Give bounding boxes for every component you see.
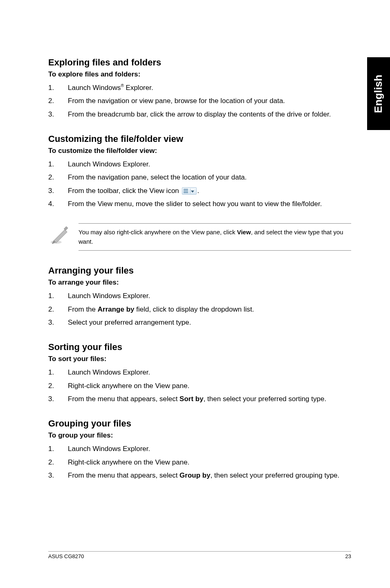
list-number: 3. bbox=[48, 109, 68, 120]
section-arranging: Arranging your files To arrange your fil… bbox=[48, 265, 351, 328]
list-text: From the menu that appears, select Sort … bbox=[68, 394, 351, 404]
list-number: 1. bbox=[48, 367, 68, 378]
heading-customizing: Customizing the file/folder view bbox=[48, 134, 351, 144]
footer-page-number: 23 bbox=[345, 553, 351, 559]
list-text: Select your preferred arrangement type. bbox=[68, 317, 351, 328]
list-text: Right-click anywhere on the View pane. bbox=[68, 457, 351, 468]
list-item: 3. From the toolbar, click the View icon… bbox=[48, 186, 351, 196]
subheading-exploring: To explore files and folders: bbox=[48, 70, 351, 79]
list-text: From the Arrange by field, click to disp… bbox=[68, 304, 351, 315]
list-text: From the breadcrumb bar, click the arrow… bbox=[68, 109, 351, 120]
note-block: You may also right-click anywhere on the… bbox=[48, 223, 351, 251]
list-number: 2. bbox=[48, 172, 68, 183]
subheading-sorting: To sort your files: bbox=[48, 355, 351, 363]
subheading-customizing: To customize the file/folder view: bbox=[48, 147, 351, 155]
list-text: From the navigation pane, select the loc… bbox=[68, 172, 351, 183]
heading-grouping: Grouping your files bbox=[48, 418, 351, 429]
list-item: 2. From the Arrange by field, click to d… bbox=[48, 304, 351, 315]
section-sorting: Sorting your files To sort your files: 1… bbox=[48, 342, 351, 404]
list-text: From the View menu, move the slider to s… bbox=[68, 199, 351, 209]
list-customizing: 1. Launch Windows Explorer. 2. From the … bbox=[48, 159, 351, 209]
list-number: 2. bbox=[48, 381, 68, 391]
section-customizing: Customizing the file/folder view To cust… bbox=[48, 134, 351, 209]
list-text: From the navigation or view pane, browse… bbox=[68, 96, 351, 106]
list-item: 3. Select your preferred arrangement typ… bbox=[48, 317, 351, 328]
list-exploring: 1. Launch Windows® Explorer. 2. From the… bbox=[48, 83, 351, 120]
list-item: 1. Launch Windows® Explorer. bbox=[48, 83, 351, 93]
list-item: 4. From the View menu, move the slider t… bbox=[48, 199, 351, 209]
language-tab: English bbox=[367, 57, 390, 130]
list-number: 3. bbox=[48, 470, 68, 481]
list-number: 4. bbox=[48, 199, 68, 209]
subheading-grouping: To group your files: bbox=[48, 431, 351, 440]
list-item: 1. Launch Windows Explorer. bbox=[48, 444, 351, 454]
pencil-icon bbox=[50, 226, 69, 245]
list-item: 2. Right-click anywhere on the View pane… bbox=[48, 381, 351, 391]
heading-sorting: Sorting your files bbox=[48, 342, 351, 352]
list-number: 1. bbox=[48, 444, 68, 454]
list-item: 3. From the breadcrumb bar, click the ar… bbox=[48, 109, 351, 120]
footer-product: ASUS CG8270 bbox=[48, 553, 84, 559]
list-item: 2. Right-click anywhere on the View pane… bbox=[48, 457, 351, 468]
footer: ASUS CG8270 23 bbox=[48, 551, 351, 559]
list-text: Launch Windows® Explorer. bbox=[68, 83, 351, 93]
list-text: Launch Windows Explorer. bbox=[68, 367, 351, 378]
list-number: 2. bbox=[48, 96, 68, 106]
list-number: 2. bbox=[48, 304, 68, 315]
heading-arranging: Arranging your files bbox=[48, 265, 351, 276]
section-exploring: Exploring files and folders To explore f… bbox=[48, 57, 351, 120]
list-grouping: 1. Launch Windows Explorer. 2. Right-cli… bbox=[48, 444, 351, 481]
list-number: 2. bbox=[48, 457, 68, 468]
list-arranging: 1. Launch Windows Explorer. 2. From the … bbox=[48, 291, 351, 328]
list-text: From the menu that appears, select Group… bbox=[68, 470, 351, 481]
list-item: 2. From the navigation pane, select the … bbox=[48, 172, 351, 183]
list-number: 3. bbox=[48, 394, 68, 404]
section-grouping: Grouping your files To group your files:… bbox=[48, 418, 351, 481]
list-text: Launch Windows Explorer. bbox=[68, 159, 351, 170]
list-number: 1. bbox=[48, 83, 68, 93]
view-icon bbox=[182, 187, 197, 195]
language-tab-label: English bbox=[372, 74, 385, 113]
heading-exploring: Exploring files and folders bbox=[48, 57, 351, 68]
list-item: 3. From the menu that appears, select So… bbox=[48, 394, 351, 404]
list-number: 3. bbox=[48, 317, 68, 328]
list-text: Launch Windows Explorer. bbox=[68, 444, 351, 454]
list-item: 1. Launch Windows Explorer. bbox=[48, 291, 351, 301]
note-text: You may also right-click anywhere on the… bbox=[78, 223, 351, 251]
list-item: 3. From the menu that appears, select Gr… bbox=[48, 470, 351, 481]
list-number: 3. bbox=[48, 186, 68, 196]
list-number: 1. bbox=[48, 159, 68, 170]
list-item: 1. Launch Windows Explorer. bbox=[48, 367, 351, 378]
list-text: Right-click anywhere on the View pane. bbox=[68, 381, 351, 391]
list-sorting: 1. Launch Windows Explorer. 2. Right-cli… bbox=[48, 367, 351, 404]
list-text: From the toolbar, click the View icon . bbox=[68, 186, 351, 196]
list-item: 2. From the navigation or view pane, bro… bbox=[48, 96, 351, 106]
page: English Exploring files and folders To e… bbox=[0, 0, 390, 588]
list-number: 1. bbox=[48, 291, 68, 301]
list-item: 1. Launch Windows Explorer. bbox=[48, 159, 351, 170]
list-text: Launch Windows Explorer. bbox=[68, 291, 351, 301]
subheading-arranging: To arrange your files: bbox=[48, 278, 351, 287]
